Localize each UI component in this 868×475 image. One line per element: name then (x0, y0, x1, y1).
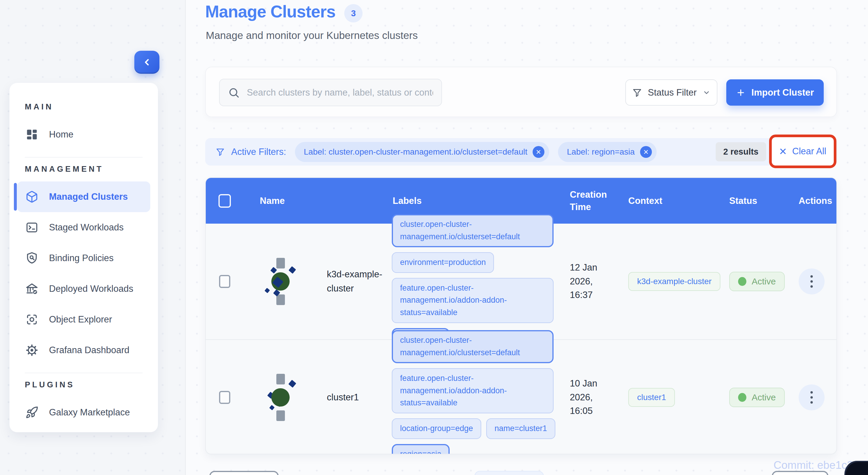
label-chip[interactable]: cluster.open-cluster-management.io/clust… (392, 330, 554, 363)
page-subtitle: Manage and monitor your Kubernetes clust… (206, 30, 418, 41)
bank-check-icon (25, 282, 38, 295)
column-header-context: Context (628, 178, 662, 224)
sidebar-item-object-explorer[interactable]: Object Explorer (17, 304, 150, 335)
filter-chip-clusterset[interactable]: Label: cluster.open-cluster-management.i… (295, 142, 549, 162)
sidebar: MAIN Home MANAGEMENT Managed Clusters (9, 83, 158, 432)
cube-icon (25, 190, 38, 203)
sidebar-item-label: Staged Workloads (49, 222, 124, 233)
status-dot-icon (738, 393, 746, 402)
close-icon (779, 147, 787, 155)
results-count-badge: 2 results (716, 142, 766, 161)
column-header-status: Status (729, 178, 757, 224)
label-chip[interactable]: name=cluster1 (486, 418, 555, 439)
sidebar-section-plugins: PLUGINS (25, 380, 143, 389)
sidebar-item-staged-workloads[interactable]: Staged Workloads (17, 212, 150, 243)
sidebar-section-management: MANAGEMENT (25, 165, 143, 174)
sidebar-item-label: Grafana Dashboard (49, 345, 129, 355)
clear-all-label: Clear All (792, 146, 826, 157)
close-icon (536, 149, 541, 155)
cluster-icon (264, 372, 309, 423)
status-badge: Active (729, 388, 785, 407)
sidebar-item-label: Object Explorer (49, 314, 112, 325)
sidebar-item-galaxy-marketplace[interactable]: Galaxy Marketplace (17, 397, 150, 428)
pagination-previous-button[interactable] (209, 471, 279, 475)
row-actions-menu-button[interactable] (799, 269, 825, 295)
status-filter-button[interactable]: Status Filter (625, 79, 717, 106)
shield-search-icon (25, 252, 38, 265)
row-checkbox[interactable] (219, 391, 230, 404)
sidebar-divider (185, 0, 186, 475)
search-box (219, 79, 442, 106)
status-badge: Active (729, 272, 785, 291)
kebab-menu-icon (810, 391, 813, 394)
clear-all-button[interactable]: Clear All (779, 146, 826, 157)
sidebar-item-home[interactable]: Home (17, 119, 150, 150)
status-filter-label: Status Filter (648, 87, 696, 98)
creation-time: 12 Jan 2026, 16:37 (570, 261, 617, 302)
status-label: Active (752, 393, 776, 402)
label-chip[interactable]: cluster.open-cluster-management.io/clust… (392, 214, 554, 247)
search-icon (228, 87, 240, 99)
kebab-menu-icon (810, 275, 813, 278)
chevron-down-icon (703, 89, 710, 97)
filter-icon (216, 147, 225, 156)
column-header-actions: Actions (799, 178, 832, 224)
label-chip[interactable]: environment=production (392, 252, 494, 273)
import-cluster-label: Import Cluster (751, 87, 814, 98)
table-row: cluster1 cluster.open-cluster-management… (206, 339, 836, 454)
toolbar-card: Status Filter Import Cluster (205, 67, 837, 117)
table-row: k3d-example-cluster cluster.open-cluster… (206, 224, 836, 339)
filter-chip-region[interactable]: Label: region=asia (558, 142, 657, 162)
divider (25, 373, 143, 373)
sidebar-item-label: Binding Policies (49, 253, 114, 264)
clear-all-annotation-highlight: Clear All (769, 135, 836, 168)
sidebar-collapse-button[interactable] (134, 51, 159, 74)
clusters-table: Name Labels Creation Time Context Status… (205, 177, 837, 454)
remove-filter-button[interactable] (533, 146, 545, 158)
sidebar-item-label: Deployed Workloads (49, 283, 133, 294)
pagination-page-button[interactable] (474, 471, 544, 475)
cluster-labels: cluster.open-cluster-management.io/clust… (392, 214, 559, 349)
managed-clusters-page: MAIN Home MANAGEMENT Managed Clusters (0, 0, 868, 475)
filter-chip-label: Label: cluster.open-cluster-management.i… (304, 147, 527, 157)
filter-chip-label: Label: region=asia (567, 147, 635, 157)
cluster-count-badge: 3 (344, 4, 363, 23)
row-checkbox[interactable] (219, 275, 230, 288)
sidebar-item-grafana-dashboard[interactable]: Grafana Dashboard (17, 335, 150, 366)
filter-icon (632, 88, 642, 97)
plus-icon (736, 88, 745, 97)
context-chip[interactable]: cluster1 (628, 388, 675, 407)
dashboard-icon (25, 128, 38, 141)
import-cluster-button[interactable]: Import Cluster (726, 79, 824, 106)
active-filters-label: Active Filters: (231, 147, 286, 157)
label-chip[interactable]: region=asia (392, 444, 450, 454)
gear-icon (25, 344, 38, 357)
context-chip[interactable]: k3d-example-cluster (628, 272, 720, 291)
label-chip[interactable]: location-group=edge (392, 418, 481, 439)
search-input[interactable] (247, 87, 433, 98)
sidebar-item-managed-clusters[interactable]: Managed Clusters (17, 181, 150, 212)
creation-time: 10 Jan 2026, 16:05 (570, 377, 617, 418)
pagination-next-button[interactable] (772, 471, 829, 475)
close-icon (643, 149, 649, 155)
sidebar-section-main: MAIN (25, 102, 143, 111)
select-all-checkbox[interactable] (218, 194, 231, 208)
column-header-creation-time: Creation Time (570, 178, 619, 224)
divider (25, 157, 143, 158)
label-chip[interactable]: feature.open-cluster-management.io/addon… (392, 368, 554, 414)
sidebar-item-label: Managed Clusters (49, 192, 128, 202)
row-actions-menu-button[interactable] (799, 384, 825, 410)
rocket-icon (25, 406, 38, 419)
remove-filter-button[interactable] (640, 146, 652, 158)
status-dot-icon (738, 277, 746, 286)
page-title: Manage Clusters (205, 2, 335, 21)
label-chip[interactable]: feature.open-cluster-management.io/addon… (392, 278, 554, 324)
active-filters-bar: Active Filters: Label: cluster.open-clus… (205, 138, 837, 166)
cluster-name: k3d-example-cluster (327, 267, 391, 296)
sidebar-item-deployed-workloads[interactable]: Deployed Workloads (17, 273, 150, 304)
sidebar-item-binding-policies[interactable]: Binding Policies (17, 243, 150, 273)
sidebar-item-label: Galaxy Marketplace (49, 407, 130, 418)
column-header-name: Name (260, 178, 285, 224)
status-label: Active (752, 276, 776, 286)
chevron-left-icon (142, 57, 152, 67)
